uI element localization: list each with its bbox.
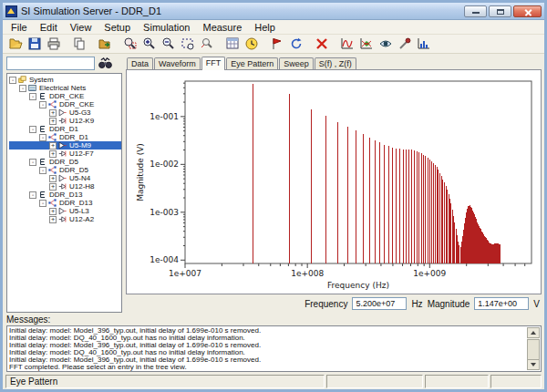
fft-chart[interactable]: 1e+0071e+0081e+0091e-0011e-0021e-0031e-0…	[127, 70, 541, 296]
collapse-toggle[interactable]: -	[29, 126, 36, 133]
run-flag-icon	[270, 36, 284, 51]
window-title: SI Simulation Server - DDR_D1	[21, 5, 464, 16]
tree-item-u12-h8[interactable]: +U12-H8	[9, 182, 121, 191]
messages-panel: Messages: Initial delay: model: Model_39…	[3, 315, 544, 373]
expand-toggle[interactable]: +	[49, 150, 57, 158]
tree-item-ddr-cke[interactable]: -DDR_CKE	[9, 92, 121, 100]
tree-item-electrical-nets[interactable]: -Electrical Nets	[9, 84, 121, 92]
copy-button[interactable]	[69, 36, 88, 53]
zoom-region-button[interactable]	[120, 36, 139, 53]
stop-button[interactable]	[312, 36, 331, 53]
eye-mask-chart-button[interactable]	[356, 36, 376, 53]
menu-setup[interactable]: Setup	[98, 21, 137, 34]
expand-toggle[interactable]: +	[49, 109, 57, 117]
tree-item-ddr-d1[interactable]: -DDR_D1	[9, 125, 121, 133]
binoculars-icon[interactable]	[98, 57, 112, 69]
expand-toggle[interactable]: +	[49, 175, 57, 182]
expand-toggle[interactable]: +	[49, 142, 57, 150]
run-flag-button[interactable]	[267, 36, 286, 53]
expand-toggle[interactable]: +	[49, 216, 57, 223]
tree-item-u5-m9[interactable]: +U5-M9	[9, 141, 121, 150]
result-panel: DataWaveformFFTEye PatternSweepS(f) , Z(…	[126, 56, 542, 313]
find-row	[6, 56, 122, 71]
zoom-cursor-button[interactable]	[197, 36, 216, 53]
tree-item-label: U5-L3	[68, 207, 90, 215]
tree-item-u12-k9[interactable]: +U12-K9	[9, 117, 121, 125]
expand-toggle[interactable]: +	[49, 183, 57, 191]
tree-item-u5-g3[interactable]: +U5-G3	[9, 108, 121, 117]
zoom-full-button[interactable]	[178, 36, 197, 53]
tree-item-ddr-d13[interactable]: -DDR_D13	[9, 191, 121, 199]
tab-sweep[interactable]: Sweep	[279, 57, 314, 69]
zoom-out-button[interactable]	[159, 36, 178, 53]
tree-item-ddr-d5[interactable]: -DDR_D5	[9, 158, 121, 166]
collapse-toggle[interactable]: -	[29, 93, 36, 100]
svg-text:Magnitude (V): Magnitude (V)	[136, 143, 145, 201]
svg-text:1e-002: 1e-002	[150, 160, 179, 169]
messages-scrollbar[interactable]	[527, 327, 540, 370]
tree-item-u12-a2[interactable]: +U12-A2	[9, 215, 121, 223]
tree-item-ddr-d13[interactable]: -DDR_D13	[9, 199, 121, 207]
zoom-in-button[interactable]	[139, 36, 159, 53]
tab-eye-pattern[interactable]: Eye Pattern	[226, 57, 278, 69]
topology-icon	[48, 166, 57, 174]
clock-button[interactable]	[242, 36, 261, 53]
maximize-icon	[497, 9, 504, 15]
tab-s-f-z-f[interactable]: S(f) , Z(f)	[315, 57, 356, 69]
svg-text:1e-001: 1e-001	[150, 112, 179, 121]
title-bar: SI Simulation Server - DDR_D1	[3, 3, 544, 20]
collapse-toggle[interactable]: -	[9, 77, 16, 84]
tree-item-ddr-cke[interactable]: -DDR_CKE	[9, 100, 121, 108]
tree-item-ddr-d5[interactable]: -DDR_D5	[9, 166, 121, 174]
receiver-icon	[58, 215, 67, 223]
zoom-full-icon	[181, 36, 195, 51]
print-icon	[46, 36, 61, 51]
collapse-toggle[interactable]: -	[39, 167, 46, 174]
menu-view[interactable]: View	[64, 21, 98, 34]
scroll-down-button[interactable]	[527, 359, 540, 370]
collapse-toggle[interactable]: -	[29, 191, 36, 199]
tree-item-u5-l3[interactable]: +U5-L3	[9, 207, 121, 215]
collapse-toggle[interactable]: -	[29, 159, 36, 166]
print-button[interactable]	[44, 36, 63, 53]
close-button[interactable]	[513, 5, 542, 17]
menu-simulation[interactable]: Simulation	[137, 21, 196, 34]
menu-measure[interactable]: Measure	[196, 21, 248, 34]
receiver-icon	[58, 182, 67, 191]
tree-item-label: System	[28, 76, 55, 84]
collapse-toggle[interactable]: -	[39, 134, 46, 141]
expand-toggle[interactable]: +	[49, 118, 57, 125]
tree-item-label: DDR_CKE	[58, 100, 95, 108]
save-button[interactable]	[25, 36, 44, 53]
menu-file[interactable]: File	[5, 21, 34, 34]
tab-data[interactable]: Data	[127, 57, 153, 69]
collapse-toggle[interactable]: -	[39, 101, 46, 108]
minimize-button[interactable]	[464, 5, 487, 17]
scroll-up-button[interactable]	[527, 327, 540, 338]
tree-item-system[interactable]: -System	[9, 76, 121, 84]
tab-fft[interactable]: FFT	[201, 57, 226, 70]
histogram-button[interactable]	[414, 36, 433, 53]
waveform-chart-button[interactable]	[337, 36, 356, 53]
tree-item-u12-f7[interactable]: +U12-F7	[9, 150, 121, 158]
export-button[interactable]	[95, 36, 114, 53]
status-cell-4	[490, 375, 542, 388]
maximize-button[interactable]	[489, 5, 511, 17]
search-input[interactable]	[6, 57, 95, 70]
expand-toggle[interactable]: +	[49, 208, 57, 215]
menu-edit[interactable]: Edit	[34, 21, 64, 34]
collapse-toggle[interactable]: -	[39, 200, 46, 207]
messages-text[interactable]: Initial delay: model: Model_396_typ.out,…	[9, 327, 525, 370]
report-button[interactable]	[222, 36, 242, 53]
tree-item-u5-n4[interactable]: +U5-N4	[9, 174, 121, 182]
tab-waveform[interactable]: Waveform	[154, 57, 201, 69]
menu-help[interactable]: Help	[248, 21, 282, 34]
zoom-in-icon	[142, 36, 157, 51]
tree-item-label: U12-H8	[68, 182, 96, 191]
eye-view-button[interactable]	[376, 36, 395, 53]
probe-button[interactable]	[395, 36, 414, 53]
collapse-toggle[interactable]: -	[19, 85, 26, 92]
open-button[interactable]	[5, 36, 25, 53]
tree-item-ddr-d1[interactable]: -DDR_D1	[9, 133, 121, 141]
iterate-button[interactable]	[286, 36, 305, 53]
